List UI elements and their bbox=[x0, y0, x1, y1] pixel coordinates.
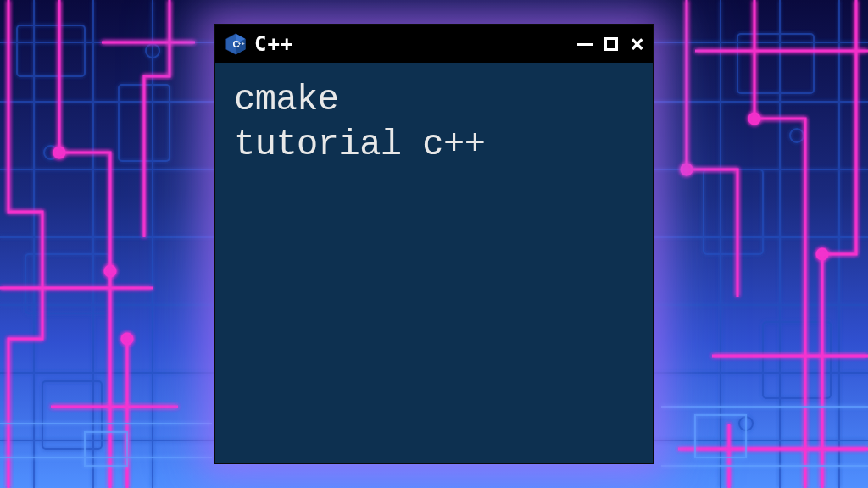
maximize-button[interactable] bbox=[604, 37, 618, 51]
svg-point-12 bbox=[105, 266, 115, 276]
svg-text:+: + bbox=[238, 40, 242, 46]
svg-rect-5 bbox=[763, 322, 831, 398]
minimize-button[interactable] bbox=[577, 43, 593, 46]
terminal-content: cmake tutorial c++ bbox=[234, 78, 634, 167]
svg-point-11 bbox=[54, 147, 64, 158]
maximize-icon bbox=[604, 37, 618, 51]
terminal-window: C + + C++ × cmake tutorial c++ bbox=[214, 24, 654, 464]
terminal-body[interactable]: cmake tutorial c++ bbox=[215, 63, 653, 463]
svg-point-13 bbox=[749, 114, 760, 124]
cpp-icon: C + + bbox=[224, 32, 248, 56]
svg-text:+: + bbox=[242, 40, 245, 46]
titlebar[interactable]: C + + C++ × bbox=[215, 25, 653, 63]
svg-point-16 bbox=[122, 334, 132, 344]
svg-point-15 bbox=[682, 164, 692, 175]
svg-rect-0 bbox=[17, 25, 85, 76]
close-button[interactable]: × bbox=[630, 32, 644, 56]
svg-point-9 bbox=[790, 129, 804, 142]
minimize-icon bbox=[577, 43, 593, 46]
window-controls: × bbox=[577, 32, 644, 56]
window-title: C++ bbox=[254, 32, 570, 56]
close-icon: × bbox=[630, 32, 644, 56]
svg-point-14 bbox=[817, 249, 827, 259]
svg-rect-4 bbox=[704, 169, 763, 254]
